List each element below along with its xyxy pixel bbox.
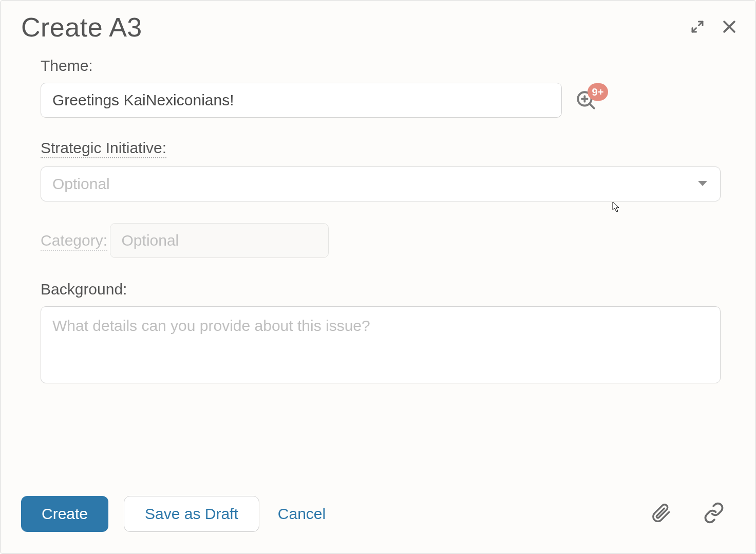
strategic-initiative-label: Strategic Initiative:: [41, 139, 166, 158]
theme-row: 9+: [41, 83, 721, 118]
close-button[interactable]: [719, 16, 740, 38]
link-button[interactable]: [703, 502, 725, 526]
modal-body: Theme: 9+ Strategic Initiative: Optional: [1, 43, 755, 496]
cancel-button[interactable]: Cancel: [275, 505, 329, 523]
category-label: Category:: [41, 232, 107, 251]
theme-field: Theme: 9+: [41, 57, 721, 118]
header-icons: [688, 16, 740, 38]
strategic-initiative-select[interactable]: Optional: [41, 167, 721, 201]
expand-button[interactable]: [688, 17, 707, 36]
background-field: Background:: [41, 281, 721, 385]
modal-footer: Create Save as Draft Cancel: [1, 496, 755, 553]
modal-header: Create A3: [1, 1, 755, 43]
category-input: [110, 223, 329, 258]
close-icon: [721, 18, 738, 35]
create-a3-modal: Create A3 Theme:: [0, 0, 756, 554]
strategic-initiative-field: Strategic Initiative: Optional: [41, 139, 721, 201]
search-results-badge: 9+: [588, 83, 608, 101]
category-field: Category:: [41, 223, 721, 259]
search-similar-button[interactable]: 9+: [575, 89, 597, 111]
save-draft-button[interactable]: Save as Draft: [124, 496, 259, 532]
background-textarea[interactable]: [41, 306, 721, 383]
paperclip-icon: [651, 503, 671, 523]
footer-tools: [651, 502, 725, 526]
background-label: Background:: [41, 281, 127, 298]
svg-line-5: [590, 104, 594, 108]
link-icon: [703, 502, 725, 524]
theme-input[interactable]: [41, 83, 562, 118]
footer-actions: Create Save as Draft Cancel: [21, 496, 329, 532]
expand-icon: [690, 19, 705, 34]
theme-label: Theme:: [41, 57, 93, 75]
strategic-initiative-value: Optional: [41, 167, 721, 201]
modal-title: Create A3: [21, 12, 142, 43]
attachment-button[interactable]: [651, 503, 671, 525]
create-button[interactable]: Create: [21, 496, 108, 532]
